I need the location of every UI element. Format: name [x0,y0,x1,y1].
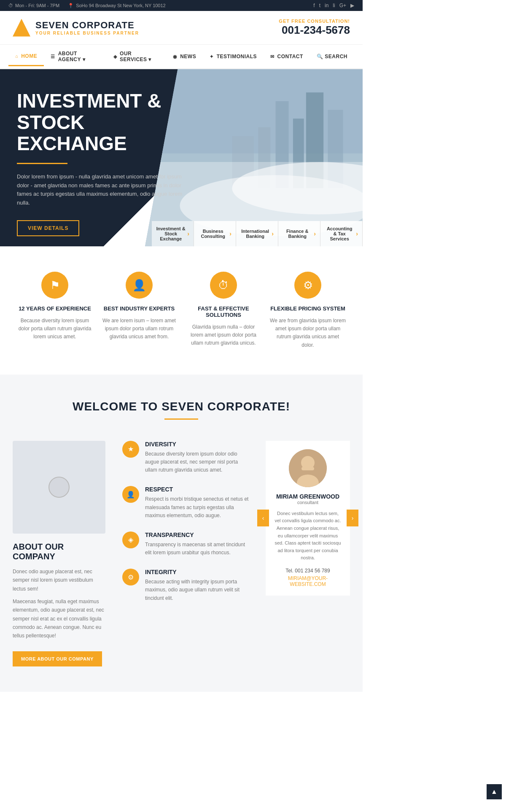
about-section: WELCOME TO SEVEN CORPORATE! ABOUT OUR CO… [0,375,363,692]
testimonial-next-button[interactable]: › [347,510,358,526]
nav-about[interactable]: ☰ ABOUT AGENCY ▾ [44,45,106,68]
about-image [13,441,105,534]
googleplus-link[interactable]: G+ [339,3,346,8]
diversity-icon: ★ [122,441,139,458]
transparency-text: Transparency is maecenas sit amet tincid… [145,541,249,557]
arrow-right-icon: › [229,230,231,237]
svg-rect-3 [293,119,304,188]
testimonial-tel: Tel. 001 234 56 789 [274,568,342,574]
logo[interactable]: SEVEN CORPORATE YOUR RELIABLE BUSINESS P… [13,19,139,37]
svg-rect-13 [301,467,314,470]
about-header: WELCOME TO SEVEN CORPORATE! [13,400,350,420]
integrity-text: Because acting with integrity ipsum port… [145,578,249,602]
diversity-text: Because diversity lorem ipsum dolor odio… [145,450,249,475]
about-divider [164,418,198,420]
nav-services[interactable]: ◈ OUR SERVICES ▾ [107,45,166,68]
hero-tab-accounting[interactable]: Accounting & Tax Services › [320,221,363,246]
image-placeholder-circle [48,477,70,498]
clock-icon: ⏱ [8,3,13,8]
hero-content: INVESTMENT & STOCK EXCHANGE Dolor lorem … [0,69,202,246]
feature-title: FAST & EFFECTIVE SOLLUTIONS [186,305,261,318]
experience-icon: ⚑ [41,272,68,299]
rss-link[interactable]: li [333,3,335,8]
about-title: WELCOME TO SEVEN CORPORATE! [13,400,350,413]
header-contact: GET FREE CONSULTATION! 001-234-5678 [279,19,350,37]
hours-info: ⏱ Mon - Fri: 9AM - 7PM [8,3,59,8]
arrow-right-icon: › [356,230,358,237]
value-diversity: ★ DIVERSITY Because diversity lorem ipsu… [122,441,249,475]
diversity-content: DIVERSITY Because diversity lorem ipsum … [145,441,249,475]
contact-icon: ✉ [270,54,275,59]
hero-tab-business[interactable]: Business Consulting › [194,221,236,246]
solutions-icon: ⏱ [210,272,237,299]
arrow-right-icon: › [187,230,189,237]
testimonial-email[interactable]: MIRIAM@YOUR-WEBSITE.COM [274,575,342,587]
hero-text: Dolor lorem from ipsum - nulla glavrida … [17,173,186,208]
respect-content: RESPECT Respect is morbi tristique senec… [145,486,249,520]
search-icon: 🔍 [317,54,323,59]
svg-rect-5 [328,110,343,188]
about-icon: ☰ [51,54,55,59]
testimonial-avatar [289,449,327,487]
testimonial-card: MIRIAM GREENWOOD consultant Donec vestib… [266,441,350,596]
svg-rect-4 [306,92,323,188]
feature-title: BEST INDUSTRY EXPERTS [101,305,177,312]
about-company: ABOUT OUR COMPANY Donec odio augue place… [13,441,105,666]
value-integrity: ⚙ INTEGRITY Because acting with integrit… [122,569,249,602]
respect-icon: 👤 [122,486,139,503]
hero-cta-button[interactable]: VIEW DETAILS [17,220,79,236]
value-transparency: ◈ TRANSPARENCY Transparency is maecenas … [122,531,249,557]
nav-news[interactable]: ◉ NEWS [166,48,203,65]
testimonial-role: consultant [274,500,342,505]
testimonial-name: MIRIAM GREENWOOD [274,493,342,500]
arrow-right-icon: › [272,230,274,237]
linkedin-link[interactable]: in [325,3,328,8]
about-grid: ABOUT OUR COMPANY Donec odio augue place… [13,441,350,666]
feature-text: We are lorem isum – lorem amet ipsum dol… [101,317,177,341]
feature-pricing: ⚙ FLEXIBLE PRICING SYSTEM We are from gl… [270,272,346,349]
feature-text: Because diversity lorem ipsum dolor port… [17,317,93,341]
hero-tabs: Investment & Stock Exchange › Business C… [152,221,363,246]
testimonials-icon: ✦ [210,54,214,59]
twitter-link[interactable]: t [319,3,320,8]
services-icon: ◈ [113,54,117,59]
pricing-icon: ⚙ [294,272,321,299]
diversity-title: DIVERSITY [145,441,249,448]
youtube-link[interactable]: ▶ [350,3,354,8]
logo-text: SEVEN CORPORATE YOUR RELIABLE BUSINESS P… [35,20,139,35]
social-links: f t in li G+ ▶ [313,3,354,8]
nav-testimonials[interactable]: ✦ TESTIMONIALS [203,48,264,65]
svg-rect-7 [232,136,254,188]
consultation-label: GET FREE CONSULTATION! [279,19,350,24]
respect-title: RESPECT [145,486,249,493]
hero-tab-finance[interactable]: Finance & Banking › [278,221,320,246]
hero-tab-investment[interactable]: Investment & Stock Exchange › [152,221,194,246]
hero-tab-international[interactable]: International Banking › [236,221,278,246]
company-text-2: Maecenas feugiat, nulla eget maximus ele… [13,597,105,640]
feature-experience: ⚑ 12 YEARS OF EXPERIENCE Because diversi… [17,272,93,349]
nav-home[interactable]: ⌂ HOME [8,47,44,66]
svg-rect-2 [276,101,289,188]
integrity-title: INTEGRITY [145,569,249,575]
about-more-button[interactable]: MORE ABOUT OUR COMPANY [13,651,102,666]
home-icon: ⌂ [15,54,18,59]
navigation: ⌂ HOME ☰ ABOUT AGENCY ▾ ◈ OUR SERVICES ▾… [0,45,363,69]
respect-text: Respect is morbi tristique senectus et n… [145,495,249,520]
arrow-right-icon: › [314,230,316,237]
feature-experts: 👤 BEST INDUSTRY EXPERTS We are lorem isu… [101,272,177,349]
nav-contact[interactable]: ✉ CONTACT [264,48,310,65]
phone-number[interactable]: 001-234-5678 [279,24,350,37]
about-values: ★ DIVERSITY Because diversity lorem ipsu… [114,441,257,614]
logo-tagline: YOUR RELIABLE BUSINESS PARTNER [35,31,139,35]
features-section: ⚑ 12 YEARS OF EXPERIENCE Because diversi… [0,246,363,375]
nav-search[interactable]: 🔍 SEARCH [310,48,354,65]
company-text-1: Donec odio augue placerat est, nec sempe… [13,567,105,593]
facebook-link[interactable]: f [313,3,315,8]
hero-section: INVESTMENT & STOCK EXCHANGE Dolor lorem … [0,69,363,246]
svg-point-8 [232,162,363,214]
logo-icon [13,19,30,37]
integrity-content: INTEGRITY Because acting with integrity … [145,569,249,602]
testimonial-prev-button[interactable]: ‹ [257,510,269,526]
address-info: 📍 SoHo 94 Broadway St New York, NY 10012 [68,3,166,8]
feature-solutions: ⏱ FAST & EFFECTIVE SOLLUTIONS Glavrida i… [186,272,261,349]
